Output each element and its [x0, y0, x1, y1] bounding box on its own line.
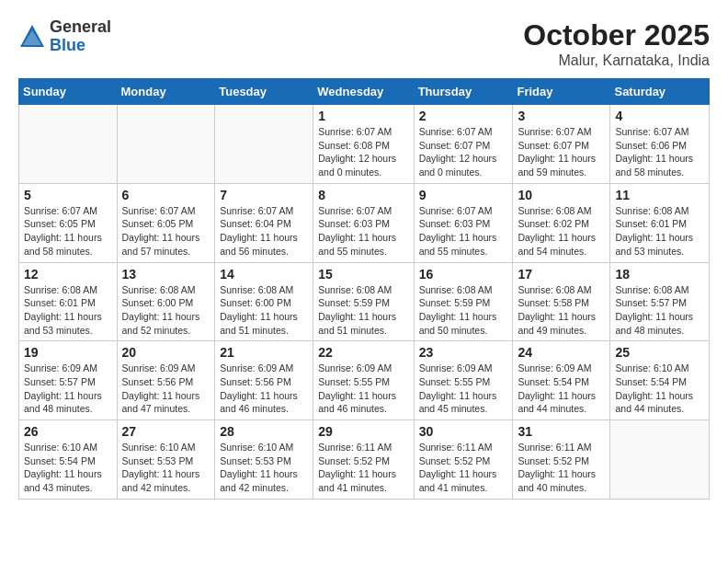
- logo-general: General: [50, 18, 111, 37]
- day-number: 4: [615, 109, 704, 123]
- day-info: Sunrise: 6:11 AM Sunset: 5:52 PM Dayligh…: [318, 441, 408, 495]
- calendar-cell: 4Sunrise: 6:07 AM Sunset: 6:06 PM Daylig…: [610, 105, 710, 184]
- week-row-1: 1Sunrise: 6:07 AM Sunset: 6:08 PM Daylig…: [19, 105, 710, 184]
- day-info: Sunrise: 6:08 AM Sunset: 6:01 PM Dayligh…: [24, 283, 112, 338]
- day-info: Sunrise: 6:10 AM Sunset: 5:54 PM Dayligh…: [24, 441, 112, 495]
- day-number: 31: [518, 424, 605, 439]
- week-row-3: 12Sunrise: 6:08 AM Sunset: 6:01 PM Dayli…: [19, 262, 710, 341]
- calendar-cell: 20Sunrise: 6:09 AM Sunset: 5:56 PM Dayli…: [117, 341, 215, 420]
- day-info: Sunrise: 6:09 AM Sunset: 5:55 PM Dayligh…: [419, 362, 508, 416]
- day-info: Sunrise: 6:07 AM Sunset: 6:05 PM Dayligh…: [24, 204, 112, 259]
- weekday-header-tuesday: Tuesday: [215, 79, 313, 105]
- day-number: 27: [122, 424, 210, 439]
- month-title: October 2025: [523, 18, 710, 52]
- day-info: Sunrise: 6:07 AM Sunset: 6:05 PM Dayligh…: [122, 204, 210, 259]
- calendar-cell: [117, 105, 215, 184]
- day-number: 3: [518, 109, 605, 123]
- day-info: Sunrise: 6:10 AM Sunset: 5:53 PM Dayligh…: [122, 441, 210, 495]
- weekday-header-wednesday: Wednesday: [313, 79, 414, 105]
- day-info: Sunrise: 6:08 AM Sunset: 5:59 PM Dayligh…: [419, 283, 508, 338]
- calendar-cell: 6Sunrise: 6:07 AM Sunset: 6:05 PM Daylig…: [117, 183, 215, 262]
- calendar-cell: 21Sunrise: 6:09 AM Sunset: 5:56 PM Dayli…: [215, 341, 313, 420]
- calendar-cell: 2Sunrise: 6:07 AM Sunset: 6:07 PM Daylig…: [414, 105, 513, 184]
- day-info: Sunrise: 6:08 AM Sunset: 5:58 PM Dayligh…: [518, 283, 605, 338]
- day-info: Sunrise: 6:09 AM Sunset: 5:56 PM Dayligh…: [220, 362, 308, 416]
- day-info: Sunrise: 6:07 AM Sunset: 6:03 PM Dayligh…: [318, 204, 408, 259]
- title-section: October 2025 Malur, Karnataka, India: [523, 18, 710, 69]
- day-number: 13: [122, 267, 210, 282]
- calendar-cell: 27Sunrise: 6:10 AM Sunset: 5:53 PM Dayli…: [117, 420, 215, 500]
- day-number: 8: [318, 188, 408, 202]
- weekday-header-row: SundayMondayTuesdayWednesdayThursdayFrid…: [19, 79, 710, 105]
- calendar-cell: 28Sunrise: 6:10 AM Sunset: 5:53 PM Dayli…: [215, 420, 313, 500]
- day-number: 30: [419, 424, 508, 439]
- day-number: 22: [318, 345, 408, 360]
- day-info: Sunrise: 6:11 AM Sunset: 5:52 PM Dayligh…: [518, 441, 605, 495]
- logo-blue: Blue: [50, 37, 111, 55]
- calendar-cell: 30Sunrise: 6:11 AM Sunset: 5:52 PM Dayli…: [414, 420, 513, 500]
- day-number: 24: [518, 345, 605, 360]
- day-number: 10: [518, 188, 605, 202]
- calendar-cell: 31Sunrise: 6:11 AM Sunset: 5:52 PM Dayli…: [513, 420, 610, 500]
- calendar-cell: 26Sunrise: 6:10 AM Sunset: 5:54 PM Dayli…: [19, 420, 118, 500]
- calendar-cell: 15Sunrise: 6:08 AM Sunset: 5:59 PM Dayli…: [313, 262, 414, 341]
- weekday-header-sunday: Sunday: [19, 79, 118, 105]
- calendar-cell: 1Sunrise: 6:07 AM Sunset: 6:08 PM Daylig…: [313, 105, 414, 184]
- day-number: 6: [122, 188, 210, 202]
- logo-text: General Blue: [50, 18, 111, 55]
- day-number: 11: [615, 188, 704, 202]
- day-info: Sunrise: 6:07 AM Sunset: 6:07 PM Dayligh…: [419, 125, 508, 179]
- calendar-cell: 19Sunrise: 6:09 AM Sunset: 5:57 PM Dayli…: [19, 341, 118, 420]
- day-info: Sunrise: 6:08 AM Sunset: 6:00 PM Dayligh…: [220, 283, 308, 338]
- calendar-cell: 10Sunrise: 6:08 AM Sunset: 6:02 PM Dayli…: [513, 183, 610, 262]
- logo: General Blue: [18, 18, 111, 55]
- day-info: Sunrise: 6:09 AM Sunset: 5:54 PM Dayligh…: [518, 362, 605, 416]
- week-row-2: 5Sunrise: 6:07 AM Sunset: 6:05 PM Daylig…: [19, 183, 710, 262]
- calendar-cell: 8Sunrise: 6:07 AM Sunset: 6:03 PM Daylig…: [313, 183, 414, 262]
- day-number: 1: [318, 109, 408, 123]
- day-number: 20: [122, 345, 210, 360]
- day-number: 25: [615, 345, 704, 360]
- calendar-cell: [610, 420, 710, 500]
- day-number: 17: [518, 267, 605, 282]
- day-info: Sunrise: 6:10 AM Sunset: 5:53 PM Dayligh…: [220, 441, 308, 495]
- weekday-header-friday: Friday: [513, 79, 610, 105]
- calendar-cell: 29Sunrise: 6:11 AM Sunset: 5:52 PM Dayli…: [313, 420, 414, 500]
- week-row-4: 19Sunrise: 6:09 AM Sunset: 5:57 PM Dayli…: [19, 341, 710, 420]
- calendar-cell: 18Sunrise: 6:08 AM Sunset: 5:57 PM Dayli…: [610, 262, 710, 341]
- calendar-cell: 3Sunrise: 6:07 AM Sunset: 6:07 PM Daylig…: [513, 105, 610, 184]
- day-number: 5: [24, 188, 112, 202]
- calendar-cell: 11Sunrise: 6:08 AM Sunset: 6:01 PM Dayli…: [610, 183, 710, 262]
- day-number: 18: [615, 267, 704, 282]
- day-info: Sunrise: 6:08 AM Sunset: 6:02 PM Dayligh…: [518, 204, 605, 259]
- day-info: Sunrise: 6:07 AM Sunset: 6:08 PM Dayligh…: [318, 125, 408, 179]
- calendar-cell: 12Sunrise: 6:08 AM Sunset: 6:01 PM Dayli…: [19, 262, 118, 341]
- calendar-cell: 17Sunrise: 6:08 AM Sunset: 5:58 PM Dayli…: [513, 262, 610, 341]
- calendar-cell: 23Sunrise: 6:09 AM Sunset: 5:55 PM Dayli…: [414, 341, 513, 420]
- day-info: Sunrise: 6:08 AM Sunset: 6:00 PM Dayligh…: [122, 283, 210, 338]
- day-number: 26: [24, 424, 112, 439]
- calendar-cell: 22Sunrise: 6:09 AM Sunset: 5:55 PM Dayli…: [313, 341, 414, 420]
- day-number: 28: [220, 424, 308, 439]
- calendar: SundayMondayTuesdayWednesdayThursdayFrid…: [18, 78, 710, 500]
- calendar-cell: 7Sunrise: 6:07 AM Sunset: 6:04 PM Daylig…: [215, 183, 313, 262]
- day-number: 2: [419, 109, 508, 123]
- day-number: 29: [318, 424, 408, 439]
- weekday-header-thursday: Thursday: [414, 79, 513, 105]
- weekday-header-saturday: Saturday: [610, 79, 710, 105]
- day-info: Sunrise: 6:08 AM Sunset: 5:59 PM Dayligh…: [318, 283, 408, 338]
- day-number: 7: [220, 188, 308, 202]
- logo-icon: [18, 23, 46, 51]
- day-number: 9: [419, 188, 508, 202]
- week-row-5: 26Sunrise: 6:10 AM Sunset: 5:54 PM Dayli…: [19, 420, 710, 500]
- day-info: Sunrise: 6:09 AM Sunset: 5:55 PM Dayligh…: [318, 362, 408, 416]
- day-number: 23: [419, 345, 508, 360]
- day-info: Sunrise: 6:09 AM Sunset: 5:57 PM Dayligh…: [24, 362, 112, 416]
- calendar-cell: 9Sunrise: 6:07 AM Sunset: 6:03 PM Daylig…: [414, 183, 513, 262]
- day-info: Sunrise: 6:07 AM Sunset: 6:06 PM Dayligh…: [615, 125, 704, 179]
- calendar-cell: 5Sunrise: 6:07 AM Sunset: 6:05 PM Daylig…: [19, 183, 118, 262]
- day-info: Sunrise: 6:10 AM Sunset: 5:54 PM Dayligh…: [615, 362, 704, 416]
- day-number: 12: [24, 267, 112, 282]
- day-info: Sunrise: 6:08 AM Sunset: 6:01 PM Dayligh…: [615, 204, 704, 259]
- day-number: 19: [24, 345, 112, 360]
